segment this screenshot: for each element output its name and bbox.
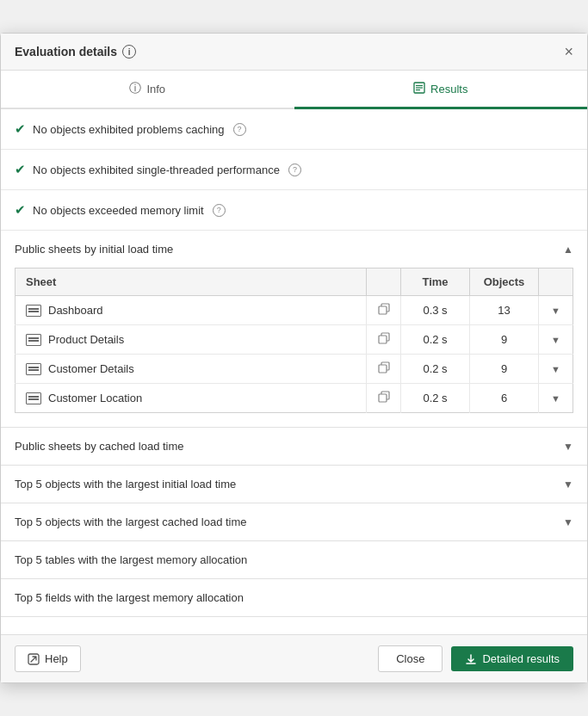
svg-rect-9 bbox=[379, 365, 387, 373]
section-top5-cached-header[interactable]: Top 5 objects with the largest cached lo… bbox=[1, 503, 587, 540]
section-initial-content: Sheet Time Objects Dashbo bbox=[1, 268, 587, 427]
sheet-name-cell: Customer Location bbox=[15, 384, 367, 413]
section-cached-chevron: ▼ bbox=[563, 441, 573, 453]
close-button[interactable]: Close bbox=[378, 645, 443, 672]
body-spacer bbox=[1, 617, 587, 634]
sheet-name: Customer Details bbox=[48, 362, 134, 375]
section-top5-initial-label: Top 5 objects with the largest initial l… bbox=[15, 478, 236, 491]
check-thread-text: No objects exhibited single-threaded per… bbox=[33, 164, 280, 176]
section-initial-header[interactable]: Public sheets by initial load time ▲ bbox=[1, 231, 587, 268]
copy-cell[interactable] bbox=[367, 296, 401, 325]
thread-help-icon[interactable]: ? bbox=[288, 164, 301, 176]
expand-cell[interactable]: ▼ bbox=[539, 384, 573, 413]
sheet-icon bbox=[26, 363, 41, 375]
footer-right: Close Detailed results bbox=[378, 645, 573, 672]
caching-help-icon[interactable]: ? bbox=[233, 123, 246, 136]
download-icon bbox=[465, 653, 477, 665]
section-top5-cached: Top 5 objects with the largest cached lo… bbox=[1, 503, 587, 541]
help-icon bbox=[28, 653, 40, 665]
check-caching: ✔ No objects exhibited problems caching … bbox=[1, 109, 587, 150]
section-top5-initial-header[interactable]: Top 5 objects with the largest initial l… bbox=[1, 466, 587, 503]
check-thread-icon: ✔ bbox=[15, 162, 26, 177]
sheet-name-cell: Product Details bbox=[15, 325, 367, 355]
sheet-name: Dashboard bbox=[48, 304, 103, 317]
tab-results[interactable]: Results bbox=[294, 71, 588, 109]
svg-rect-11 bbox=[379, 394, 387, 402]
info-tab-icon: ⓘ bbox=[129, 81, 141, 96]
section-top5-fields: Top 5 fields with the largest memory all… bbox=[1, 579, 587, 617]
table-row: Customer Location 0.2 s 6 bbox=[15, 384, 573, 413]
sheets-table: Sheet Time Objects Dashbo bbox=[15, 268, 573, 413]
results-tab-icon bbox=[413, 82, 425, 96]
time-cell: 0.2 s bbox=[401, 325, 470, 355]
section-top5-tables-header[interactable]: Top 5 tables with the largest memory all… bbox=[1, 541, 587, 578]
table-row: Dashboard 0.3 s 13 ▼ bbox=[15, 296, 573, 325]
tab-info-label: Info bbox=[146, 83, 165, 96]
tab-results-label: Results bbox=[430, 83, 467, 96]
check-memory-text: No objects exceeded memory limit bbox=[33, 204, 204, 217]
section-top5-initial: Top 5 objects with the largest initial l… bbox=[1, 466, 587, 503]
time-cell: 0.2 s bbox=[401, 384, 470, 413]
close-icon[interactable]: × bbox=[564, 44, 573, 59]
detailed-results-button[interactable]: Detailed results bbox=[451, 646, 573, 671]
section-public-sheets-initial: Public sheets by initial load time ▲ She… bbox=[1, 231, 587, 428]
title-info-icon[interactable]: i bbox=[122, 45, 136, 59]
evaluation-details-modal: Evaluation details i × ⓘ Info Results bbox=[0, 33, 588, 683]
section-initial-chevron-up: ▲ bbox=[563, 244, 573, 256]
sheet-name-cell: Dashboard bbox=[15, 296, 367, 325]
col-header-objects: Objects bbox=[470, 268, 539, 296]
time-cell: 0.2 s bbox=[401, 355, 470, 384]
svg-rect-7 bbox=[379, 336, 387, 343]
copy-cell[interactable] bbox=[367, 325, 401, 355]
modal-footer: Help Close Detailed results bbox=[1, 634, 587, 682]
expand-cell[interactable]: ▼ bbox=[539, 296, 573, 325]
modal-title: Evaluation details i bbox=[15, 45, 136, 59]
objects-cell: 13 bbox=[470, 296, 539, 325]
sheet-icon bbox=[26, 305, 41, 317]
detailed-results-label: Detailed results bbox=[482, 652, 560, 665]
modal-body: ✔ No objects exhibited problems caching … bbox=[1, 109, 587, 634]
col-header-copy bbox=[367, 268, 401, 296]
sheet-icon bbox=[26, 392, 41, 404]
col-header-expand bbox=[539, 268, 573, 296]
objects-cell: 6 bbox=[470, 384, 539, 413]
section-top5-initial-chevron: ▼ bbox=[563, 478, 573, 491]
col-header-time: Time bbox=[401, 268, 470, 296]
sheet-name-cell: Customer Details bbox=[15, 355, 367, 384]
check-memory: ✔ No objects exceeded memory limit ? bbox=[1, 190, 587, 231]
modal-header: Evaluation details i × bbox=[1, 34, 587, 71]
table-row: Product Details 0.2 s 9 bbox=[15, 325, 573, 355]
svg-rect-5 bbox=[379, 306, 387, 314]
section-top5-fields-label: Top 5 fields with the largest memory all… bbox=[15, 591, 244, 604]
section-top5-tables-label: Top 5 tables with the largest memory all… bbox=[15, 553, 247, 566]
section-top5-cached-label: Top 5 objects with the largest cached lo… bbox=[15, 515, 247, 528]
section-cached-header[interactable]: Public sheets by cached load time ▼ bbox=[1, 428, 587, 465]
objects-cell: 9 bbox=[470, 325, 539, 355]
check-memory-icon: ✔ bbox=[15, 202, 26, 218]
check-caching-icon: ✔ bbox=[15, 121, 26, 137]
title-text: Evaluation details bbox=[15, 45, 117, 59]
objects-cell: 9 bbox=[470, 355, 539, 384]
expand-cell[interactable]: ▼ bbox=[539, 325, 573, 355]
section-top5-tables: Top 5 tables with the largest memory all… bbox=[1, 541, 587, 579]
tab-bar: ⓘ Info Results bbox=[1, 71, 587, 109]
section-cached: Public sheets by cached load time ▼ bbox=[1, 428, 587, 466]
section-top5-cached-chevron: ▼ bbox=[563, 516, 573, 528]
check-caching-text: No objects exhibited problems caching bbox=[33, 123, 225, 136]
help-button[interactable]: Help bbox=[15, 645, 81, 672]
copy-cell[interactable] bbox=[367, 384, 401, 413]
sheet-name: Product Details bbox=[48, 333, 124, 346]
sheet-name: Customer Location bbox=[48, 392, 142, 404]
copy-cell[interactable] bbox=[367, 355, 401, 384]
help-label: Help bbox=[45, 652, 68, 665]
expand-cell[interactable]: ▼ bbox=[539, 355, 573, 384]
memory-help-icon[interactable]: ? bbox=[213, 204, 226, 217]
tab-info[interactable]: ⓘ Info bbox=[1, 71, 294, 109]
section-cached-label: Public sheets by cached load time bbox=[15, 440, 184, 453]
col-header-sheet: Sheet bbox=[15, 268, 367, 296]
section-top5-fields-header[interactable]: Top 5 fields with the largest memory all… bbox=[1, 579, 587, 616]
sheet-icon bbox=[26, 334, 41, 346]
check-single-thread: ✔ No objects exhibited single-threaded p… bbox=[1, 150, 587, 190]
table-row: Customer Details 0.2 s 9 bbox=[15, 355, 573, 384]
section-initial-label: Public sheets by initial load time bbox=[15, 243, 173, 256]
